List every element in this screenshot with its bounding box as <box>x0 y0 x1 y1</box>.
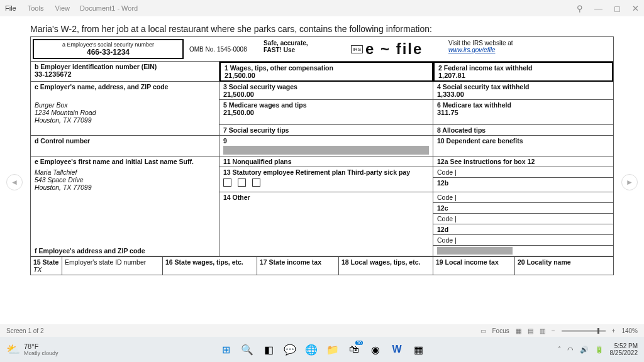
box-c-body: Burger Box 1234 Mountain Road Houston, T… <box>31 100 219 125</box>
box-1: 1 Wages, tips, other compensation 21,500… <box>219 62 433 82</box>
box-15: 15 State TX <box>31 257 62 275</box>
box-e-pad <box>31 192 219 246</box>
box-20: 20 Locality name <box>515 257 613 275</box>
taskbar: ⛅ 78°F Mostly cloudy ⊞ 🔍 ◧ 💬 🌐 📁 🛍30 ◉ W… <box>0 337 644 362</box>
efile-cell: IRS e ~ file <box>330 37 443 61</box>
box-13-checks <box>223 176 429 189</box>
box-5-value: 21,500.00 <box>223 109 429 116</box>
taskbar-center: ⊞ 🔍 ◧ 💬 🌐 📁 🛍30 ◉ W ▦ <box>218 342 426 357</box>
explorer-icon[interactable]: 📁 <box>325 342 340 357</box>
check-sickpay[interactable] <box>252 178 260 187</box>
ssn-box: a Employee's social security number 466-… <box>33 39 184 59</box>
box-state-eid: Employer's state ID number <box>62 257 163 275</box>
box-7: 7 Social security tips <box>219 125 433 136</box>
view-icon-1[interactable]: ▦ <box>516 327 521 334</box>
maximize-button[interactable]: ◻ <box>614 4 621 13</box>
minimize-button[interactable]: — <box>594 4 602 13</box>
check-statutory[interactable] <box>223 178 231 187</box>
w2-form: a Employee's social security number 466-… <box>30 36 614 275</box>
employer-name: Burger Box <box>35 101 215 109</box>
volume-icon[interactable]: 🔊 <box>580 346 589 354</box>
weather-icon: ⛅ <box>6 343 20 356</box>
word-icon[interactable]: W <box>389 342 404 357</box>
close-button[interactable]: ✕ <box>632 4 639 13</box>
box-e: e Employee's first name and initial Last… <box>31 156 219 167</box>
focus-icon[interactable]: ▭ <box>480 327 486 334</box>
box-5-label: 5 Medicare wages and tips <box>223 101 429 109</box>
employee-addr1: 543 Space Drive <box>35 176 215 184</box>
tray-chevron-icon[interactable]: ˆ <box>558 346 561 353</box>
zoom-value: 140% <box>621 327 638 334</box>
box-3: 3 Social security wages 21,500.00 <box>219 82 433 100</box>
box-9-fill <box>223 146 429 155</box>
ssn-value: 466-33-1234 <box>40 48 176 57</box>
box-12b-label: 12b <box>433 178 613 188</box>
store-icon[interactable]: 🛍30 <box>347 342 362 357</box>
check-retirement[interactable] <box>238 178 246 187</box>
menu-view[interactable]: View <box>55 4 70 12</box>
nav-prev-button[interactable]: ◄ <box>6 174 23 190</box>
employer-addr1: 1234 Mountain Road <box>35 109 215 116</box>
box-15-value: TX <box>33 266 59 273</box>
nav-next-button[interactable]: ► <box>621 174 638 190</box>
box-19: 19 Local income tax <box>433 257 515 275</box>
menu-file[interactable]: File <box>5 4 16 12</box>
clock-time: 5:52 PM <box>610 343 638 349</box>
box-4: 4 Social security tax withheld 1,333.00 <box>433 82 613 100</box>
employee-addr2: Houston, TX 77099 <box>35 184 215 191</box>
chat-icon[interactable]: 💬 <box>282 342 297 357</box>
search-icon[interactable]: 🔍 <box>240 342 255 357</box>
visit-label: Visit the IRS website at <box>448 40 608 47</box>
menu-bar: File Tools View <box>5 4 70 12</box>
employee-name: Maria Tallchief <box>35 168 215 176</box>
chrome-icon[interactable]: ◉ <box>368 342 383 357</box>
visit-link[interactable]: www.irs.gov/efile <box>448 47 495 53</box>
state-row: 15 State TX Employer's state ID number 1… <box>31 256 613 275</box>
edge-icon[interactable]: 🌐 <box>304 342 319 357</box>
box-2-value: 1,207.81 <box>438 72 608 79</box>
box-10: 10 Dependent care benefits <box>433 136 613 156</box>
box-2: 2 Federal income tax withheld 1,207.81 <box>433 62 613 82</box>
box-b-value: 33-1235672 <box>35 70 215 78</box>
box-9: 9 <box>219 136 433 156</box>
box-3-value: 21,500.00 <box>223 90 429 98</box>
battery-icon[interactable]: 🔋 <box>595 346 604 354</box>
pin-icon[interactable]: ⚲ <box>577 4 583 13</box>
page-heading: Maria's W-2, from her job at a local res… <box>30 24 614 34</box>
box-16: 16 State wages, tips, etc. <box>163 257 257 275</box>
box-18: 18 Local wages, tips, etc. <box>339 257 433 275</box>
box-11: 11 Nonqualified plans <box>219 156 433 167</box>
store-badge: 30 <box>355 341 363 345</box>
view-icon-2[interactable]: ▤ <box>528 327 533 334</box>
weather-widget[interactable]: ⛅ 78°F Mostly cloudy <box>6 343 58 356</box>
box-c: c Employer's name, address, and ZIP code <box>31 82 219 100</box>
box-12c-label: 12c <box>433 203 613 214</box>
clock[interactable]: 5:52 PM 8/25/2022 <box>610 343 638 356</box>
view-icon-3[interactable]: ▥ <box>540 327 545 334</box>
box-6-value: 311.75 <box>437 109 609 116</box>
focus-label[interactable]: Focus <box>492 327 509 334</box>
code-12d: Code | <box>433 235 613 245</box>
box-1-label: 1 Wages, tips, other compensation <box>225 64 428 72</box>
menu-tools[interactable]: Tools <box>28 4 44 12</box>
box-12-fill <box>433 246 613 256</box>
safe-cell: Safe, accurate, FAST! Use <box>261 37 330 61</box>
efile-logo: e ~ file <box>365 40 423 58</box>
ssn-label: a Employee's social security number <box>40 41 176 48</box>
wifi-icon[interactable]: ◠ <box>567 346 574 354</box>
taskview-icon[interactable]: ◧ <box>261 342 276 357</box>
box-12-right: Code | 12b <box>433 167 613 192</box>
box-8: 8 Allocated tips <box>433 125 613 136</box>
zoom-out[interactable]: − <box>552 327 555 334</box>
zoom-slider[interactable] <box>562 330 606 332</box>
employer-addr2: Houston, TX 77099 <box>35 116 215 124</box>
status-bar: Screen 1 of 2 ▭ Focus ▦ ▤ ▥ − + 140% <box>0 324 644 337</box>
start-icon[interactable]: ⊞ <box>218 342 233 357</box>
box-14-pad <box>219 246 433 256</box>
box-b: b Employer identification number (EIN) 3… <box>31 62 219 82</box>
box-14: 14 Other <box>219 192 433 246</box>
zoom-in[interactable]: + <box>612 327 616 334</box>
box-13: 13 Statutory employee Retirement plan Th… <box>219 167 433 192</box>
system-tray: ˆ ◠ 🔊 🔋 5:52 PM 8/25/2022 <box>558 343 638 356</box>
app-icon[interactable]: ▦ <box>411 342 426 357</box>
